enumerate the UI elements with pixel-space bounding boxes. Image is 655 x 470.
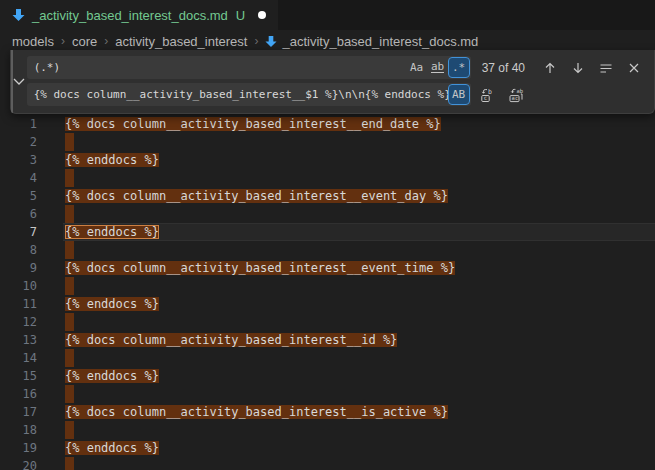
markdown-file-icon <box>12 8 25 22</box>
line-content <box>63 241 655 259</box>
line-number: 8 <box>0 241 37 259</box>
find-match <box>65 205 74 223</box>
whole-word-toggle[interactable]: ab <box>428 58 448 77</box>
code-line[interactable]: 19{% enddocs %} <box>0 439 655 457</box>
line-content: {% enddocs %} <box>63 367 655 385</box>
selection-lines-icon <box>599 61 613 75</box>
code-line[interactable]: 17{% docs column__activity_based_interes… <box>0 403 655 421</box>
line-number: 2 <box>0 133 37 151</box>
code-line[interactable]: 15{% enddocs %} <box>0 367 655 385</box>
line-number: 10 <box>0 277 37 295</box>
code-line[interactable]: 2 <box>0 133 655 151</box>
line-content <box>63 349 655 367</box>
find-match: {% enddocs %} <box>65 369 159 383</box>
markdown-file-icon <box>265 35 277 48</box>
editor-pane[interactable]: (.*) Aa ab .* 37 of 40 <box>0 52 655 470</box>
find-match: {% docs column__activity_based_interest_… <box>65 189 448 203</box>
code-line[interactable]: 11{% enddocs %} <box>0 295 655 313</box>
find-widget-resize-sash[interactable] <box>11 50 13 113</box>
arrow-down-icon <box>571 61 585 75</box>
replace-input[interactable]: {% docs column__activity_based_interest_… <box>27 83 471 106</box>
svg-text:ac: ac <box>512 95 519 101</box>
current-find-match: {% enddocs %} <box>65 225 159 239</box>
line-number: 9 <box>0 259 37 277</box>
code-line[interactable]: 4 <box>0 169 655 187</box>
line-content: {% enddocs %} <box>63 295 655 313</box>
tab-bar: _activity_based_interest_docs.md U <box>0 0 655 30</box>
code-line[interactable]: 6 <box>0 205 655 223</box>
code-line[interactable]: 13{% docs column__activity_based_interes… <box>0 331 655 349</box>
breadcrumb-models[interactable]: models <box>12 34 54 49</box>
code-line[interactable]: 5{% docs column__activity_based_interest… <box>0 187 655 205</box>
breadcrumb-file[interactable]: _activity_based_interest_docs.md <box>265 34 478 49</box>
match-case-toggle[interactable]: Aa <box>407 58 427 77</box>
line-content <box>63 385 655 403</box>
find-match <box>65 169 74 187</box>
line-number: 6 <box>0 205 37 223</box>
replace-value: {% docs column__activity_based_interest_… <box>34 88 448 101</box>
breadcrumb-separator: › <box>254 34 258 48</box>
line-content: {% docs column__activity_based_interest_… <box>63 403 655 421</box>
line-number: 4 <box>0 169 37 187</box>
breadcrumb-core[interactable]: core <box>72 34 97 49</box>
regex-toggle[interactable]: .* <box>449 58 469 77</box>
find-match: {% enddocs %} <box>65 153 159 167</box>
line-content <box>63 133 655 151</box>
breadcrumb-separator: › <box>104 34 108 48</box>
code-line[interactable]: 3{% enddocs %} <box>0 151 655 169</box>
find-match <box>65 277 74 295</box>
code-line[interactable]: 18 <box>0 421 655 439</box>
code-line[interactable]: 20 <box>0 457 655 470</box>
close-icon <box>628 62 640 74</box>
previous-match-button[interactable] <box>539 57 560 78</box>
line-content: {% docs column__activity_based_interest_… <box>63 259 655 277</box>
find-match: {% enddocs %} <box>65 297 159 311</box>
line-content <box>63 169 655 187</box>
code-line[interactable]: 8 <box>0 241 655 259</box>
find-match <box>65 349 74 367</box>
find-in-selection-button[interactable] <box>595 57 616 78</box>
preserve-case-toggle[interactable]: AB <box>449 85 469 104</box>
replace-all-button[interactable]: ab ac <box>506 84 527 105</box>
git-status-badge: U <box>236 8 245 23</box>
close-find-button[interactable] <box>623 57 644 78</box>
unsaved-dot-icon[interactable] <box>258 11 266 19</box>
line-number: 11 <box>0 295 37 313</box>
line-number: 20 <box>0 457 37 470</box>
find-results-count: 37 of 40 <box>482 61 525 75</box>
find-match: {% docs column__activity_based_interest_… <box>65 261 455 275</box>
tab-filename: _activity_based_interest_docs.md <box>32 8 228 23</box>
line-content <box>63 457 655 470</box>
code-line[interactable]: 10 <box>0 277 655 295</box>
line-content: {% enddocs %} <box>63 439 655 457</box>
next-match-button[interactable] <box>567 57 588 78</box>
code-line[interactable]: 1{% docs column__activity_based_interest… <box>0 115 655 133</box>
line-number: 17 <box>0 403 37 421</box>
find-match <box>65 385 74 403</box>
code-line[interactable]: 7{% enddocs %} <box>0 223 655 241</box>
code-line[interactable]: 12 <box>0 313 655 331</box>
code-line[interactable]: 14 <box>0 349 655 367</box>
replace-button[interactable]: b c <box>478 84 499 105</box>
line-content: {% enddocs %} <box>63 223 655 241</box>
editor-lines: 1{% docs column__activity_based_interest… <box>0 115 655 470</box>
breadcrumb-activity-based-interest[interactable]: activity_based_interest <box>115 34 247 49</box>
svg-text:c: c <box>484 94 488 101</box>
line-content: {% docs column__activity_based_interest_… <box>63 331 655 349</box>
line-number: 15 <box>0 367 37 385</box>
find-match <box>65 457 74 470</box>
svg-text:b: b <box>488 87 492 95</box>
code-line[interactable]: 16 <box>0 385 655 403</box>
line-content <box>63 313 655 331</box>
toggle-replace-button[interactable] <box>11 50 27 113</box>
find-match <box>65 313 74 331</box>
line-number: 3 <box>0 151 37 169</box>
find-match: {% docs column__activity_based_interest_… <box>65 333 397 347</box>
line-content: {% docs column__activity_based_interest_… <box>63 115 655 133</box>
tab-activity-docs[interactable]: _activity_based_interest_docs.md U <box>0 0 278 30</box>
chevron-down-icon <box>13 78 25 86</box>
line-number: 12 <box>0 313 37 331</box>
code-line[interactable]: 9{% docs column__activity_based_interest… <box>0 259 655 277</box>
find-input[interactable]: (.*) Aa ab .* <box>27 56 471 79</box>
find-row: (.*) Aa ab .* 37 of 40 <box>27 56 648 79</box>
